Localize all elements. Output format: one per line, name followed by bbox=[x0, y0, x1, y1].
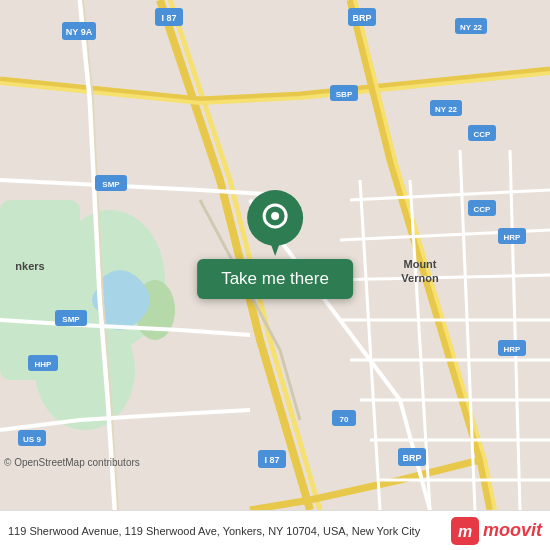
button-overlay: Take me there bbox=[197, 189, 353, 299]
moovit-brand-text: moovit bbox=[483, 520, 542, 541]
address-text: 119 Sherwood Avenue, 119 Sherwood Ave, Y… bbox=[8, 525, 445, 537]
moovit-icon-svg: m bbox=[451, 517, 479, 545]
map-pin bbox=[240, 189, 310, 259]
svg-text:Mount: Mount bbox=[404, 258, 437, 270]
svg-rect-3 bbox=[0, 200, 80, 380]
svg-text:HRP: HRP bbox=[504, 345, 522, 354]
svg-text:nkers: nkers bbox=[15, 260, 44, 272]
map-container: NY 9A SMP SMP I 87 I 87 BRP BRP NY 22 NY… bbox=[0, 0, 550, 510]
svg-text:m: m bbox=[458, 523, 472, 540]
moovit-logo: m moovit bbox=[451, 517, 542, 545]
svg-text:SMP: SMP bbox=[62, 315, 80, 324]
svg-text:I 87: I 87 bbox=[264, 455, 279, 465]
svg-text:CCP: CCP bbox=[474, 205, 492, 214]
svg-text:US 9: US 9 bbox=[23, 435, 41, 444]
svg-text:Vernon: Vernon bbox=[401, 272, 439, 284]
svg-text:CCP: CCP bbox=[474, 130, 492, 139]
svg-text:I 87: I 87 bbox=[161, 13, 176, 23]
svg-text:BRP: BRP bbox=[402, 453, 421, 463]
svg-text:HRP: HRP bbox=[504, 233, 522, 242]
footer: 119 Sherwood Avenue, 119 Sherwood Ave, Y… bbox=[0, 510, 550, 550]
svg-text:NY 9A: NY 9A bbox=[66, 27, 93, 37]
take-me-there-button[interactable]: Take me there bbox=[197, 259, 353, 299]
osm-attribution: © OpenStreetMap contributors bbox=[4, 457, 140, 468]
svg-text:70: 70 bbox=[340, 415, 349, 424]
svg-text:SMP: SMP bbox=[102, 180, 120, 189]
svg-point-45 bbox=[271, 212, 279, 220]
svg-text:NY 22: NY 22 bbox=[460, 23, 483, 32]
svg-text:HHP: HHP bbox=[35, 360, 53, 369]
svg-text:BRP: BRP bbox=[352, 13, 371, 23]
svg-text:NY 22: NY 22 bbox=[435, 105, 458, 114]
svg-text:SBP: SBP bbox=[336, 90, 353, 99]
